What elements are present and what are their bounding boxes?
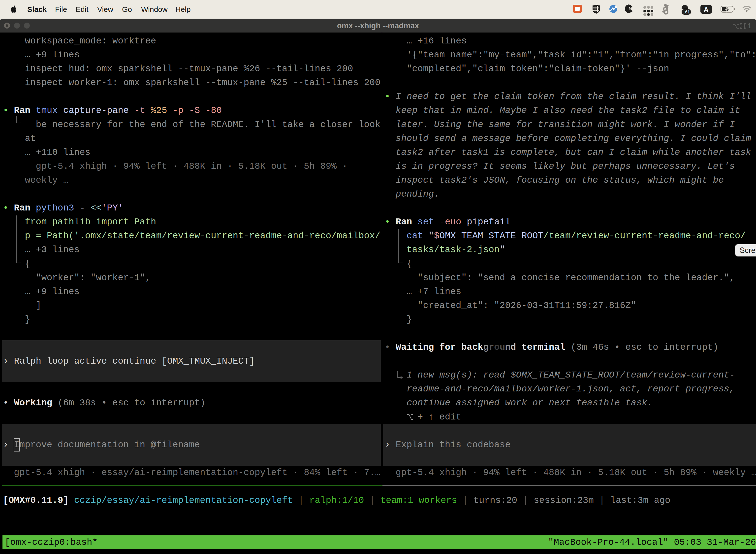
svg-text:..61: ..61 <box>683 10 690 14</box>
